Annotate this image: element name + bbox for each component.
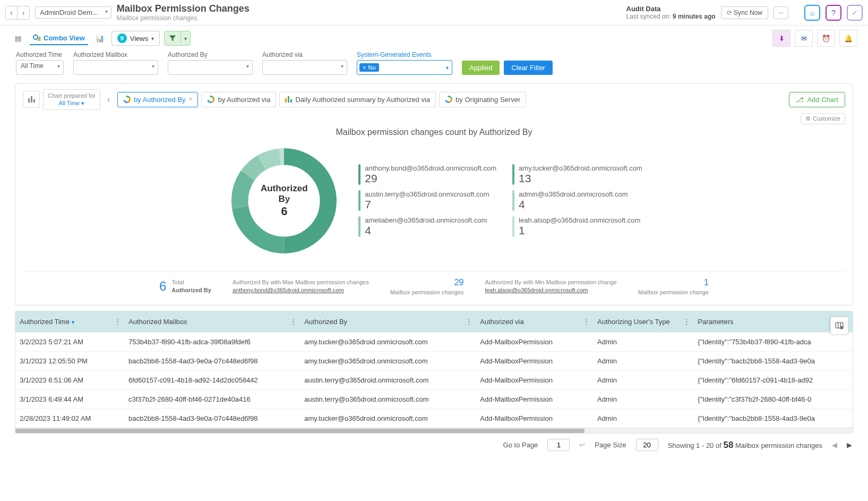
donut-center-label: Authorized By — [255, 183, 313, 205]
legend-item[interactable]: austin.terry@o365droid.onmicrosoft.com7 — [358, 190, 496, 211]
legend-item[interactable]: amy.tucker@o365droid.onmicrosoft.com13 — [512, 164, 642, 185]
legend-item[interactable]: anthony.bond@o365droid.onmicrosoft.com29 — [358, 164, 496, 185]
th-authorized-by[interactable]: Authorized By⋮ — [300, 311, 476, 333]
legend-item[interactable]: leah.alsop@o365droid.onmicrosoft.com1 — [512, 216, 642, 237]
goto-page-label: Go to Page — [503, 441, 538, 449]
filter-by-label: Authorized By — [168, 51, 253, 58]
table-row[interactable]: 3/1/2023 6:51:06 AM6fd60157-c091-4b18-ad… — [15, 371, 853, 390]
combo-view-tab[interactable]: Combo View — [30, 32, 88, 45]
pager-next[interactable]: ▶ — [847, 441, 852, 449]
filter-via-select[interactable] — [262, 60, 347, 75]
th-parameters[interactable]: Parameters — [693, 311, 853, 333]
col-menu-icon[interactable]: ⋮ — [114, 318, 121, 326]
col-menu-icon[interactable]: ⋮ — [290, 318, 297, 326]
filter-dropdown[interactable]: ▾ — [181, 31, 191, 46]
help-icon[interactable]: ? — [826, 5, 841, 21]
goto-page-input[interactable] — [547, 439, 570, 451]
table-row[interactable]: 3/1/2023 12:05:50 PMbacb2bb8-1558-4ad3-9… — [15, 352, 853, 371]
bell-icon[interactable]: 🔔 — [839, 30, 857, 47]
th-authorized-time[interactable]: Authorized Time▾⋮ — [15, 311, 124, 333]
filter-sys-label: System-Generated Events — [357, 51, 452, 58]
alarm-icon[interactable]: ⏰ — [817, 30, 835, 47]
filter-button[interactable] — [164, 31, 181, 46]
filter-sys-tag[interactable]: × No — [359, 63, 379, 72]
nav-back-forward: ‹ › — [5, 6, 30, 20]
table-row[interactable]: 2/28/2023 11:49:02 AMbacb2bb8-1558-4ad3-… — [15, 409, 853, 428]
page-title: Mailbox Permission Changes — [117, 3, 250, 14]
views-dropdown[interactable]: 9 Views ▾ — [111, 31, 160, 46]
goto-page-submit[interactable]: ↩ — [579, 441, 585, 449]
chart-only-icon[interactable]: 📊 — [92, 31, 107, 46]
summary-max-label: Authorized By with Max Mailbox permissio… — [233, 278, 369, 286]
chart-tab-authorized-via[interactable]: by Authorized via — [201, 92, 276, 107]
filter-time-select[interactable]: All Time — [16, 60, 64, 75]
doc-icon[interactable]: ▤ — [11, 31, 25, 46]
filter-mailbox-label: Authorized Mailbox — [73, 51, 158, 58]
chart-title: Mailbox permission changes count by Auth… — [23, 128, 845, 137]
mail-icon[interactable]: ✉ — [795, 30, 813, 47]
table-row[interactable]: 3/2/2023 5:07:21 AM753b4b37-f890-41fb-ad… — [15, 333, 853, 352]
col-menu-icon[interactable]: ⋮ — [466, 318, 472, 326]
col-menu-icon[interactable]: ⋮ — [583, 318, 590, 326]
legend-item[interactable]: ameliaben@o365droid.onmicrosoft.com4 — [358, 216, 496, 237]
chart-tabs-prev[interactable]: ‹ — [104, 94, 114, 105]
add-chart-icon: ⎇ — [796, 96, 804, 104]
task-check-icon[interactable]: ✓ — [847, 5, 863, 21]
download-icon[interactable]: ⬇ — [772, 30, 790, 47]
applied-button[interactable]: Applied — [462, 61, 500, 75]
th-authorized-mailbox[interactable]: Authorized Mailbox⋮ — [124, 311, 300, 333]
nav-forward-button[interactable]: › — [18, 6, 29, 19]
summary-max-link[interactable]: anthony.bond@o365droid.onmicrosoft.com — [233, 286, 369, 294]
th-authorized-via[interactable]: Authorized via⋮ — [476, 311, 593, 333]
summary-min-link[interactable]: leah.alsop@o365droid.onmicrosoft.com — [485, 286, 616, 294]
summary-max-count: 29 — [390, 277, 464, 288]
donut-center-value: 6 — [255, 205, 313, 218]
showing-text: Showing 1 - 20 of 58 Mailbox permission … — [668, 440, 822, 451]
horizontal-scrollbar[interactable] — [15, 428, 853, 433]
search-icon[interactable]: ⌕ — [804, 5, 820, 21]
th-user-type[interactable]: Authorizing User's Type⋮ — [593, 311, 693, 333]
filter-time-label: Authorized Time — [16, 51, 64, 58]
pager-prev[interactable]: ◀ — [832, 441, 837, 449]
donut-chart[interactable]: Authorized By 6 — [226, 142, 342, 259]
combo-icon — [33, 35, 40, 41]
bar-icon — [285, 96, 292, 103]
audit-data-label: Audit Data — [626, 5, 716, 13]
chart-tab-authorized-by[interactable]: by Authorized By × — [117, 92, 199, 107]
page-size-label: Page Size — [595, 441, 626, 449]
filter-mailbox-select[interactable] — [73, 60, 158, 75]
page-size-input[interactable] — [636, 439, 658, 451]
chart-tab-originating-server[interactable]: by Originating Server — [439, 92, 526, 107]
add-chart-button[interactable]: ⎇Add Chart — [789, 92, 845, 107]
page-subtitle: Mailbox permission changes. — [117, 14, 250, 22]
audit-data-sync: Last synced on: 9 minutes ago — [626, 13, 716, 20]
views-count-badge: 9 — [117, 33, 127, 43]
close-tab-icon[interactable]: × — [188, 96, 192, 103]
more-button[interactable]: ··· — [774, 6, 788, 19]
sort-desc-icon: ▾ — [72, 319, 75, 325]
legend-item[interactable]: admin@o365droid.onmicrosoft.com4 — [512, 190, 642, 211]
org-selector[interactable]: AdminDroid Dem... — [35, 6, 111, 19]
summary-min-count: 1 — [638, 277, 709, 288]
sync-now-button[interactable]: ⟳ Sync Now — [721, 6, 768, 19]
donut-icon — [444, 95, 454, 105]
col-menu-icon[interactable]: ⋮ — [683, 318, 690, 326]
nav-back-button[interactable]: ‹ — [6, 6, 18, 19]
donut-icon — [206, 95, 216, 105]
chart-prepared-for[interactable]: Chart prepared for All Time ▾ — [43, 89, 100, 110]
donut-icon — [122, 95, 132, 105]
funnel-icon — [169, 35, 176, 42]
filter-by-select[interactable] — [168, 60, 253, 75]
chart-tab-daily-summary[interactable]: Daily Authorized summary by Authorized v… — [279, 92, 436, 107]
customize-button[interactable]: ⚙ Customize — [801, 113, 845, 124]
table-row[interactable]: 3/1/2023 6:49:44 AMc3f37b2f-2680-40ff-bf… — [15, 390, 853, 409]
filter-sys-select[interactable]: × No — [357, 60, 452, 75]
chart-type-icon[interactable] — [23, 91, 40, 108]
summary-min-label: Authorized By with Min Mailbox permissio… — [485, 278, 616, 286]
summary-total-count: 6 — [159, 279, 166, 294]
filter-via-label: Authorized via — [262, 51, 347, 58]
clear-filter-button[interactable]: Clear Filter — [504, 61, 553, 75]
